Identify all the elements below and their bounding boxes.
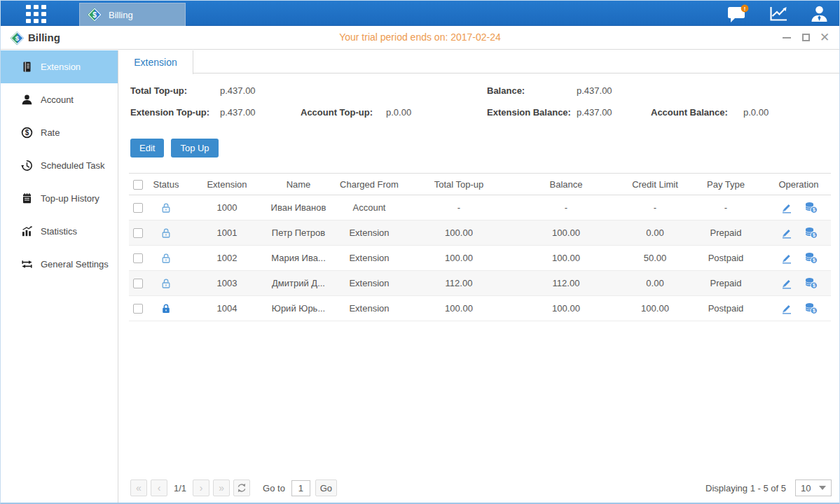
cell-total-topup: 112.00 <box>411 271 507 296</box>
minimize-button[interactable] <box>782 33 792 43</box>
sidebar-item-account[interactable]: Account <box>1 83 118 116</box>
sidebar-item-topup-history[interactable]: Top-up History <box>1 182 118 215</box>
cell-total-topup: 100.00 <box>411 296 507 321</box>
cell-credit-limit: 0.00 <box>625 271 685 296</box>
page-title: Billing <box>28 26 60 49</box>
cell-credit-limit: 0.00 <box>625 220 685 246</box>
messages-icon[interactable]: ! <box>717 3 758 24</box>
cell-balance: 100.00 <box>507 246 625 271</box>
sidebar-item-statistics[interactable]: Statistics <box>1 215 118 248</box>
last-page-button[interactable]: » <box>213 479 230 496</box>
cell-balance: - <box>507 195 625 220</box>
table-row: 1000 Иван Иванов Account - - - - $ <box>129 195 831 220</box>
top-up-row-icon[interactable]: $ <box>804 202 818 214</box>
table-row: 1003 Дмитрий Д... Extension 112.00 112.0… <box>129 271 831 296</box>
displaying-info: Displaying 1 - 5 of 5 <box>705 483 786 493</box>
sidebar-item-label: General Settings <box>41 259 109 270</box>
sidebar-item-label: Scheduled Task <box>41 160 105 171</box>
cell-charged-from: Account <box>328 195 411 220</box>
prev-page-button[interactable]: ‹ <box>151 479 167 496</box>
col-operation: Operation <box>766 174 831 195</box>
edit-row-icon[interactable] <box>780 278 793 289</box>
user-account-icon[interactable] <box>799 3 839 24</box>
extension-balance-label: Extension Balance: <box>487 107 571 118</box>
row-checkbox[interactable] <box>133 304 143 314</box>
top-up-row-icon[interactable]: $ <box>804 302 818 314</box>
row-checkbox[interactable] <box>133 228 143 238</box>
col-extension: Extension <box>185 174 269 195</box>
go-button[interactable]: Go <box>315 479 337 496</box>
sidebar-item-rate[interactable]: $ Rate <box>1 116 118 149</box>
balance-value: p.437.00 <box>577 85 612 96</box>
first-page-button[interactable]: « <box>130 479 147 496</box>
unlocked-icon <box>160 278 172 289</box>
tab-extension[interactable]: Extension <box>118 50 193 74</box>
goto-page-input[interactable] <box>291 480 310 496</box>
cell-name: Юрий Юрь... <box>269 296 328 321</box>
refresh-button[interactable] <box>233 479 250 496</box>
extension-balance-value: p.437.00 <box>577 107 612 118</box>
col-status: Status <box>147 174 185 195</box>
row-checkbox[interactable] <box>133 203 143 213</box>
row-checkbox[interactable] <box>133 253 143 263</box>
edit-row-icon[interactable] <box>780 227 793 239</box>
table-row: 1001 Петр Петров Extension 100.00 100.00… <box>129 220 831 246</box>
apps-grid-icon[interactable] <box>26 5 47 23</box>
edit-row-icon[interactable] <box>780 202 793 214</box>
close-button[interactable]: ✕ <box>820 33 829 43</box>
cell-name: Иван Иванов <box>269 195 328 220</box>
topbar-tab-label: Billing <box>109 10 133 20</box>
sidebar-item-label: Account <box>41 94 74 105</box>
unlocked-icon <box>160 202 172 214</box>
edit-button[interactable]: Edit <box>130 139 164 158</box>
col-pay-type: Pay Type <box>685 174 766 195</box>
sidebar-item-scheduled-task[interactable]: Scheduled Task <box>1 149 118 182</box>
tab-bar: Extension <box>118 50 840 74</box>
top-up-row-icon[interactable]: $ <box>804 227 818 239</box>
unlocked-icon <box>160 253 172 264</box>
rate-icon: $ <box>21 127 33 139</box>
select-all-checkbox[interactable] <box>133 180 143 190</box>
notification-badge: ! <box>743 5 745 11</box>
sidebar-item-general-settings[interactable]: General Settings <box>1 248 118 281</box>
cell-total-topup: - <box>411 195 507 220</box>
statistics-icon <box>21 225 33 237</box>
statistics-chart-icon[interactable] <box>758 3 799 24</box>
page-size-select[interactable]: 10 <box>795 479 832 496</box>
edit-row-icon[interactable] <box>780 253 793 264</box>
table-row: 1002 Мария Ива... Extension 100.00 100.0… <box>129 246 831 271</box>
cell-credit-limit: - <box>625 195 685 220</box>
cell-total-topup: 100.00 <box>411 220 507 246</box>
next-page-button[interactable]: › <box>193 479 209 496</box>
cell-name: Петр Петров <box>269 220 328 246</box>
top-up-row-icon[interactable]: $ <box>804 277 818 289</box>
top-up-button[interactable]: Top Up <box>171 139 218 158</box>
billing-diamond-icon: $ <box>87 7 102 22</box>
col-total-topup: Total Top-up <box>411 174 507 195</box>
topbar-billing-tab[interactable]: $ Billing <box>79 3 186 26</box>
extension-topup-value: p.437.00 <box>220 107 256 118</box>
main-content: Extension Total Top-up: p.437.00 Balance… <box>118 50 840 503</box>
cell-pay-type: - <box>685 195 766 220</box>
cell-name: Дмитрий Д... <box>269 271 328 296</box>
account-topup-value: p.0.00 <box>386 107 411 118</box>
cell-charged-from: Extension <box>328 271 411 296</box>
cell-credit-limit: 100.00 <box>625 296 685 321</box>
total-topup-label: Total Top-up: <box>130 85 187 96</box>
sidebar-item-extension[interactable]: Extension <box>1 50 118 83</box>
cell-pay-type: Postpaid <box>685 296 766 321</box>
row-checkbox[interactable] <box>133 279 143 288</box>
table-header-row: Status Extension Name Charged From Total… <box>129 174 831 195</box>
page-indicator: 1/1 <box>174 483 186 493</box>
total-topup-value: p.437.00 <box>220 85 256 96</box>
cell-pay-type: Prepaid <box>685 271 766 296</box>
top-up-row-icon[interactable]: $ <box>804 252 818 264</box>
extension-topup-label: Extension Top-up: <box>130 107 209 118</box>
trial-notice: Your trial period ends on: 2017-02-24 <box>1 26 839 49</box>
topup-history-icon <box>21 192 33 204</box>
window-title-bar: $ Billing Your trial period ends on: 201… <box>1 26 839 50</box>
edit-row-icon[interactable] <box>780 303 793 314</box>
maximize-button[interactable] <box>801 33 811 43</box>
svg-text:$: $ <box>92 11 97 19</box>
cell-name: Мария Ива... <box>269 246 328 271</box>
